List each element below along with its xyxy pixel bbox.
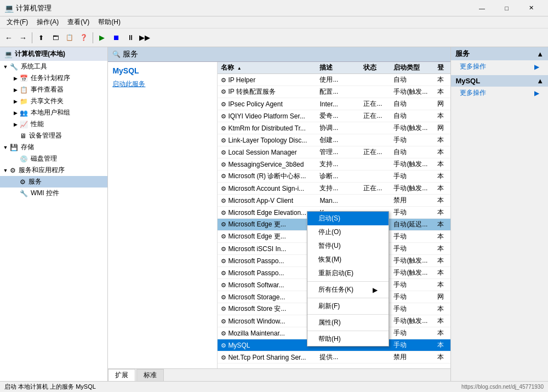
col-header-name[interactable]: 名称 ▲: [218, 62, 316, 74]
sys-tools-icon: 🔧: [10, 63, 18, 71]
service-name-cell: ⚙IP 转换配置服务: [218, 86, 316, 98]
table-row[interactable]: ⚙IP 转换配置服务 配置... 手动(触发... 本: [218, 86, 450, 98]
context-menu-sep-2: [307, 298, 389, 298]
sidebar-item-performance[interactable]: ▶ 📈 性能: [0, 118, 107, 130]
sidebar-item-task-scheduler[interactable]: ▶ 📅 任务计划程序: [0, 72, 107, 84]
context-menu-sep-4: [307, 331, 389, 331]
table-row[interactable]: ⚙IP Helper 使用... 自动 本: [218, 74, 450, 86]
context-menu-item-restart[interactable]: 重新启动(E): [307, 266, 389, 280]
stop-button[interactable]: ⏹: [110, 31, 123, 44]
table-row[interactable]: ⚙Microsoft (R) 诊断中心标... 诊断... 手动 本: [218, 171, 450, 183]
sidebar-item-services-apps[interactable]: ▼ ⚙ 服务和应用程序: [0, 164, 107, 176]
sidebar-item-wmi[interactable]: 🔧 WMI 控件: [0, 188, 107, 199]
service-start-cell: 手动: [390, 171, 434, 183]
sidebar-item-storage[interactable]: ▼ 💾 存储: [0, 141, 107, 153]
service-status-cell: 正在...: [360, 183, 390, 195]
back-button[interactable]: ←: [2, 31, 15, 44]
context-menu-item-start[interactable]: 启动(S): [307, 212, 389, 225]
context-menu-item-properties[interactable]: 属性(R): [307, 316, 389, 329]
table-row[interactable]: ⚙IPsec Policy Agent Inter... 正在... 自动 网: [218, 98, 450, 110]
col-header-starttype[interactable]: 启动类型: [390, 62, 434, 74]
menu-help[interactable]: 帮助(H): [94, 16, 125, 28]
right-item-more-actions-mysql[interactable]: 更多操作 ▶: [451, 87, 548, 99]
prop-button[interactable]: 📋: [63, 31, 76, 44]
pause-button[interactable]: ⏸: [124, 31, 137, 44]
service-row-icon: ⚙: [221, 149, 226, 156]
col-header-status[interactable]: 状态: [360, 62, 390, 74]
main-container: 💻 计算机管理(本地) ▼ 🔧 系统工具 ▶ 📅 任务计划程序 ▶ 📋 事件查看…: [0, 47, 548, 381]
play-button[interactable]: ▶: [95, 31, 109, 44]
maximize-button[interactable]: □: [494, 0, 519, 16]
sidebar-item-device-manager[interactable]: 🖥 设备管理器: [0, 130, 107, 141]
service-row-icon: ⚙: [221, 270, 226, 276]
service-desc-cell: 配置...: [316, 86, 360, 98]
sys-tools-label: 系统工具: [21, 62, 47, 71]
service-start-cell: 手动(触发...: [390, 122, 434, 134]
sidebar-item-disk-mgmt[interactable]: 💿 磁盘管理: [0, 153, 107, 164]
context-menu-item-resume[interactable]: 恢复(M): [307, 253, 389, 266]
service-name: MySQL: [112, 66, 213, 75]
tab-standard[interactable]: 标准: [136, 369, 164, 381]
context-menu-item-help[interactable]: 帮助(H): [307, 332, 389, 346]
service-status-cell: 正在...: [360, 146, 390, 158]
right-item-more-actions-services[interactable]: 更多操作 ▶: [451, 60, 548, 73]
right-section-collapse-mysql[interactable]: ▲: [536, 77, 544, 85]
service-link[interactable]: 启动此服务: [112, 79, 213, 89]
perf-label: 性能: [31, 120, 44, 129]
menu-file[interactable]: 文件(F): [2, 16, 32, 28]
svc-label: 服务: [28, 177, 42, 186]
view-button[interactable]: 🗔: [49, 31, 62, 44]
toolbar-sep-1: [32, 32, 32, 43]
table-row[interactable]: ⚙Link-Layer Topology Disc... 创建... 手动 本: [218, 134, 450, 146]
col-header-login[interactable]: 登: [434, 62, 450, 74]
disk-label: 磁盘管理: [31, 154, 57, 163]
disk-icon: 💿: [20, 155, 28, 163]
sidebar-item-local-users[interactable]: ▶ 👥 本地用户和组: [0, 107, 107, 118]
service-desc-cell: 提供...: [316, 351, 360, 363]
minimize-button[interactable]: —: [470, 0, 494, 16]
task-label: 任务计划程序: [31, 73, 70, 83]
menu-action[interactable]: 操作(A): [32, 16, 63, 28]
sidebar-item-event-viewer[interactable]: ▶ 📋 事件查看器: [0, 84, 107, 95]
service-row-icon: ⚙: [221, 305, 226, 312]
service-desc-cell: Man...: [316, 195, 360, 207]
table-row[interactable]: ⚙Microsoft App-V Client Man... 禁用 本: [218, 195, 450, 207]
service-status-cell: [360, 134, 390, 146]
table-row[interactable]: ⚙Local Session Manager 管理... 正在... 自动 本: [218, 146, 450, 158]
context-menu-pause-label: 暂停(U): [318, 241, 341, 251]
forward-button[interactable]: →: [16, 31, 30, 44]
service-row-icon: ⚙: [221, 330, 226, 337]
sidebar-item-sys-tools[interactable]: ▼ 🔧 系统工具: [0, 61, 107, 72]
tab-bar: 扩展 标准: [108, 368, 450, 381]
menu-view[interactable]: 查看(V): [63, 16, 94, 28]
help-button[interactable]: ❓: [77, 31, 90, 44]
service-row-icon: ⚙: [221, 209, 226, 216]
service-name-cell: ⚙Local Session Manager: [218, 146, 316, 158]
context-menu-item-all-tasks[interactable]: 所有任务(K) ▶: [307, 283, 389, 297]
sidebar-item-services[interactable]: ⚙ 服务: [0, 176, 107, 188]
service-row-icon: ⚙: [221, 77, 226, 83]
right-section-collapse-services[interactable]: ▲: [536, 50, 544, 58]
table-row[interactable]: ⚙IQIYI Video Platform Ser... 爱奇... 正在...…: [218, 110, 450, 122]
sidebar-item-shared-folders[interactable]: ▶ 📁 共享文件夹: [0, 95, 107, 107]
service-area: MySQL 启动此服务 名称 ▲ 描述 状态 启动类型 登: [108, 62, 450, 368]
service-login-cell: 网: [434, 122, 450, 134]
close-button[interactable]: ✕: [519, 0, 544, 16]
restart-button[interactable]: ▶▶: [138, 31, 151, 44]
context-menu-item-refresh[interactable]: 刷新(F): [307, 299, 389, 313]
up-button[interactable]: ⬆: [35, 31, 48, 44]
service-login-cell: 本: [434, 351, 450, 363]
context-menu-item-pause[interactable]: 暂停(U): [307, 239, 389, 253]
service-start-cell: 禁用: [390, 195, 434, 207]
col-header-desc[interactable]: 描述: [316, 62, 360, 74]
right-section-header-services: 服务 ▲: [451, 47, 548, 60]
table-row[interactable]: ⚙KtmRm for Distributed Tr... 协调... 手动(触发…: [218, 122, 450, 134]
service-login-cell: 本: [434, 267, 450, 279]
table-row[interactable]: ⚙Net.Tcp Port Sharing Ser... 提供... 禁用 本: [218, 351, 450, 363]
table-row[interactable]: ⚙MessagingService_3b8ed 支持... 手动(触发... 本: [218, 158, 450, 171]
context-menu-alltasks-label: 所有任务(K): [318, 285, 353, 294]
tab-extended[interactable]: 扩展: [108, 369, 135, 381]
service-start-cell: 手动: [390, 303, 434, 315]
context-menu-item-stop[interactable]: 停止(O): [307, 225, 389, 239]
table-row[interactable]: ⚙Microsoft Account Sign-i... 支持... 正在...…: [218, 183, 450, 195]
